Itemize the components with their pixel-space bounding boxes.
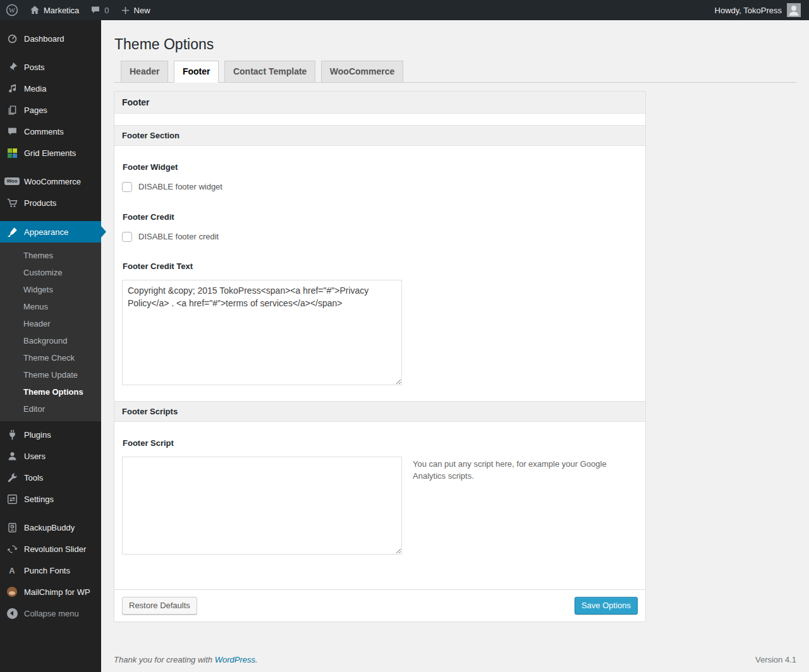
sidebar-item-tools[interactable]: Tools bbox=[0, 467, 101, 488]
comment-bubble-icon bbox=[90, 5, 100, 15]
dashboard-icon bbox=[6, 33, 18, 44]
wrench-icon bbox=[6, 472, 18, 483]
site-name-label: Marketica bbox=[44, 6, 79, 15]
sidebar-item-mailchimp[interactable]: MailChimp for WP bbox=[0, 581, 101, 603]
tab-woocommerce[interactable]: WooCommerce bbox=[321, 61, 403, 83]
footer-script-label: Footer Script bbox=[123, 438, 638, 448]
sidebar-item-users[interactable]: Users bbox=[0, 445, 101, 467]
submenu-item-editor[interactable]: Editor bbox=[0, 400, 101, 417]
submenu-item-background[interactable]: Background bbox=[0, 332, 101, 349]
tab-contact-template[interactable]: Contact Template bbox=[224, 61, 315, 83]
footer-scripts-body: Footer Script You can put any script her… bbox=[114, 438, 645, 589]
pushpin-icon bbox=[6, 62, 18, 73]
sidebar-item-label: MailChimp for WP bbox=[24, 587, 90, 597]
footer-script-help-text: You can put any script here, for example… bbox=[413, 457, 610, 555]
footer-widget-checkbox-label: DISABLE footer widget bbox=[138, 182, 222, 191]
account-menu[interactable]: Howdy, TokoPress bbox=[715, 3, 809, 17]
footer-credit-text-textarea[interactable]: Copyright &copy; 2015 TokoPress<span><a … bbox=[122, 280, 402, 385]
music-note-icon bbox=[6, 83, 18, 94]
letter-a-icon: A bbox=[6, 566, 18, 575]
thanks-period: . bbox=[255, 655, 258, 664]
restore-defaults-button[interactable]: Restore Defaults bbox=[122, 597, 197, 615]
footer-section-header: Footer Section bbox=[114, 125, 645, 146]
sidebar-item-label: Revolution Slider bbox=[24, 544, 86, 554]
wordpress-link[interactable]: WordPress bbox=[215, 655, 255, 664]
sidebar-item-label: Products bbox=[24, 198, 56, 208]
sidebar-item-grid-elements[interactable]: Grid Elements bbox=[0, 142, 101, 164]
footer-credit-checkbox-label: DISABLE footer credit bbox=[138, 232, 219, 241]
sidebar-item-label: Media bbox=[24, 84, 46, 93]
sidebar-item-comments[interactable]: Comments bbox=[0, 121, 101, 142]
footer-widget-label: Footer Widget bbox=[123, 162, 638, 172]
panel-header: Footer bbox=[114, 92, 645, 114]
site-name-menu[interactable]: Marketica bbox=[24, 0, 85, 20]
sidebar-item-label: Posts bbox=[24, 63, 45, 72]
sidebar-item-label: Punch Fonts bbox=[24, 566, 70, 575]
sidebar-item-label: Appearance bbox=[24, 227, 68, 237]
sidebar-item-revolution-slider[interactable]: Revolution Slider bbox=[0, 538, 101, 560]
sidebar-item-label: Dashboard bbox=[24, 34, 64, 44]
footer-widget-checkbox-row[interactable]: DISABLE footer widget bbox=[122, 182, 638, 192]
submenu-item-menus[interactable]: Menus bbox=[0, 298, 101, 315]
home-icon bbox=[30, 5, 40, 15]
sidebar-item-backupbuddy[interactable]: BackupBuddy bbox=[0, 517, 101, 538]
footer-thanks: Thank you for creating with WordPress. bbox=[114, 655, 258, 664]
tab-bar: Header Footer Contact Template WooCommer… bbox=[114, 60, 796, 83]
new-content-menu[interactable]: New bbox=[115, 0, 156, 20]
sidebar-item-products[interactable]: Products bbox=[0, 192, 101, 213]
footer-script-textarea[interactable] bbox=[122, 457, 402, 555]
admin-bar: W Marketica 0 New Howdy, TokoPress bbox=[0, 0, 809, 20]
submenu-item-theme-options[interactable]: Theme Options bbox=[0, 383, 101, 400]
sidebar-item-posts[interactable]: Posts bbox=[0, 56, 101, 78]
sidebar-item-label: Comments bbox=[24, 127, 64, 136]
tab-header[interactable]: Header bbox=[121, 61, 168, 83]
theme-options-panel: Footer Footer Section Footer Widget DISA… bbox=[114, 91, 646, 622]
grid-elements-icon bbox=[6, 148, 18, 158]
wp-logo-letter: W bbox=[9, 7, 15, 14]
submenu-item-theme-update[interactable]: Theme Update bbox=[0, 366, 101, 383]
avatar bbox=[787, 3, 801, 17]
comment-count: 0 bbox=[104, 6, 109, 15]
comment-bubble-icon bbox=[6, 126, 18, 137]
sidebar-item-label: Tools bbox=[24, 473, 43, 483]
sidebar-item-appearance[interactable]: Appearance bbox=[0, 221, 101, 243]
thanks-text: Thank you for creating with bbox=[114, 655, 212, 664]
submenu-item-theme-check[interactable]: Theme Check bbox=[0, 349, 101, 366]
admin-menu: Dashboard Posts Media Pages Comments Gri… bbox=[0, 20, 101, 672]
admin-footer: Thank you for creating with WordPress. V… bbox=[114, 655, 796, 664]
panel-action-bar: Restore Defaults Save Options bbox=[114, 589, 645, 621]
submenu-item-widgets[interactable]: Widgets bbox=[0, 281, 101, 298]
brush-icon bbox=[6, 227, 18, 237]
monkey-icon bbox=[6, 587, 18, 597]
sidebar-item-label: Users bbox=[24, 452, 46, 461]
wordpress-logo-button[interactable]: W bbox=[0, 0, 24, 20]
submenu-item-themes[interactable]: Themes bbox=[0, 247, 101, 264]
main-content: Theme Options Header Footer Contact Temp… bbox=[101, 20, 809, 672]
page-title: Theme Options bbox=[114, 20, 796, 54]
sidebar-item-woocommerce[interactable]: Woo WooCommerce bbox=[0, 171, 101, 192]
save-options-button[interactable]: Save Options bbox=[575, 597, 638, 615]
person-icon bbox=[6, 451, 18, 462]
sidebar-item-label: Grid Elements bbox=[24, 148, 76, 158]
footer-widget-checkbox[interactable] bbox=[122, 182, 132, 192]
sidebar-item-label: WooCommerce bbox=[24, 177, 81, 186]
tab-footer[interactable]: Footer bbox=[174, 61, 219, 83]
sidebar-item-settings[interactable]: Settings bbox=[0, 488, 101, 510]
letter-a-glyph: A bbox=[9, 566, 15, 575]
comments-menu[interactable]: 0 bbox=[85, 0, 114, 20]
sidebar-item-label: Plugins bbox=[24, 430, 51, 440]
sidebar-item-punch-fonts[interactable]: A Punch Fonts bbox=[0, 560, 101, 581]
cart-icon bbox=[6, 198, 18, 208]
sidebar-item-dashboard[interactable]: Dashboard bbox=[0, 28, 101, 49]
collapse-menu-button[interactable]: Collapse menu bbox=[0, 603, 101, 624]
sidebar-item-plugins[interactable]: Plugins bbox=[0, 424, 101, 445]
sidebar-item-label: Pages bbox=[24, 105, 47, 115]
sidebar-item-media[interactable]: Media bbox=[0, 78, 101, 99]
submenu-item-customize[interactable]: Customize bbox=[0, 264, 101, 281]
woo-badge-icon: Woo bbox=[6, 177, 18, 185]
sidebar-item-pages[interactable]: Pages bbox=[0, 99, 101, 121]
footer-credit-checkbox-row[interactable]: DISABLE footer credit bbox=[122, 232, 638, 242]
footer-credit-checkbox[interactable] bbox=[122, 232, 132, 242]
submenu-item-header[interactable]: Header bbox=[0, 315, 101, 332]
howdy-label: Howdy, TokoPress bbox=[715, 6, 782, 15]
